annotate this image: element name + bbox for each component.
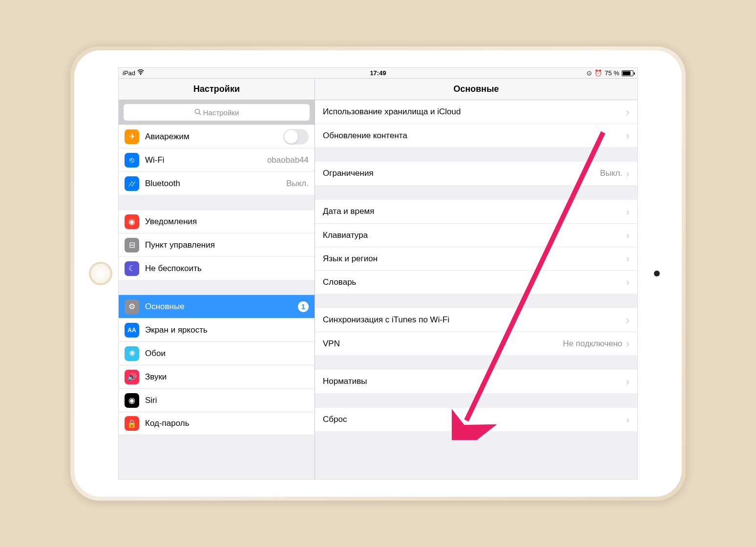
row-value: Выкл. — [600, 168, 622, 178]
row-label: Синхронизация с iTunes по Wi-Fi — [323, 315, 622, 325]
detail-row-dictionary[interactable]: Словарь› — [315, 270, 637, 294]
wifi-icon: ⎋ — [125, 153, 139, 168]
chevron-right-icon: › — [626, 376, 630, 387]
row-label: Дата и время — [323, 207, 622, 216]
row-label: Использование хранилища и iCloud — [323, 107, 622, 117]
chevron-right-icon: › — [626, 168, 630, 179]
sidebar-item-label: Пункт управления — [145, 240, 309, 250]
chevron-right-icon: › — [626, 206, 630, 217]
detail-row-itunes-sync[interactable]: Синхронизация с iTunes по Wi-Fi› — [315, 308, 637, 332]
battery-icon — [622, 70, 633, 76]
bluetooth-icon: ⌭ — [125, 176, 139, 191]
row-label: Нормативы — [323, 377, 622, 386]
battery-percent: 75 % — [605, 69, 619, 77]
sounds-icon: 🔊 — [125, 370, 139, 384]
display-icon: AA — [125, 323, 139, 337]
sidebar-title: Настройки — [119, 79, 315, 100]
detail-row-keyboard[interactable]: Клавиатура› — [315, 223, 637, 247]
sidebar-item-label: Обои — [145, 349, 309, 358]
gear-icon: ⚙ — [125, 299, 139, 314]
search-icon — [194, 108, 201, 117]
detail-row-date-time[interactable]: Дата и время› — [315, 200, 637, 223]
sidebar-item-value: obaobab44 — [267, 155, 309, 165]
sidebar-item-dnd[interactable]: ☾Не беспокоить — [119, 256, 315, 280]
wifi-signal-icon — [137, 69, 144, 77]
notifications-icon: ◉ — [125, 214, 139, 229]
sidebar-item-value: Выкл. — [286, 179, 309, 189]
status-device: iPad — [123, 69, 135, 77]
sidebar-item-control-center[interactable]: ⊟Пункт управления — [119, 233, 315, 256]
status-time: 17:49 — [370, 69, 386, 77]
sidebar-item-label: Не беспокоить — [145, 264, 309, 274]
row-label: Язык и регион — [323, 254, 622, 264]
sidebar-item-notifications[interactable]: ◉Уведомления — [119, 210, 315, 233]
sidebar-item-general[interactable]: ⚙Основные1 — [119, 295, 315, 318]
sidebar[interactable]: Настройки Настройки ✈Авиарежим⎋Wi-Fiobao… — [119, 79, 315, 479]
row-label: Сброс — [323, 415, 622, 424]
search-input[interactable]: Настройки — [124, 104, 310, 121]
row-label: Обновление контента — [323, 131, 622, 141]
control-center-icon: ⊟ — [125, 238, 139, 252]
svg-point-1 — [195, 109, 199, 113]
sidebar-item-siri[interactable]: ◉Siri — [119, 388, 315, 412]
chevron-right-icon: › — [626, 315, 630, 326]
sidebar-item-label: Основные — [145, 302, 298, 312]
chevron-right-icon: › — [626, 106, 630, 118]
home-button[interactable] — [89, 262, 112, 285]
chevron-right-icon: › — [626, 276, 630, 288]
sidebar-item-label: Экран и яркость — [145, 325, 309, 335]
toggle-airplane[interactable] — [283, 129, 309, 145]
sidebar-item-passcode[interactable]: 🔒Код-пароль — [119, 412, 315, 435]
airplane-icon: ✈ — [125, 129, 139, 144]
detail-row-background-refresh[interactable]: Обновление контента› — [315, 124, 637, 147]
detail-row-vpn[interactable]: VPNНе подключено› — [315, 332, 637, 355]
sidebar-item-airplane[interactable]: ✈Авиарежим — [119, 125, 315, 148]
row-label: Клавиатура — [323, 231, 622, 240]
row-label: Словарь — [323, 277, 622, 287]
sidebar-item-label: Siri — [145, 396, 309, 405]
badge: 1 — [298, 301, 309, 312]
detail-row-regulatory[interactable]: Нормативы› — [315, 370, 637, 393]
row-value: Не подключено — [563, 339, 623, 349]
sidebar-item-display[interactable]: AAЭкран и яркость — [119, 318, 315, 341]
chevron-right-icon: › — [626, 253, 630, 264]
sidebar-item-wifi[interactable]: ⎋Wi-Fiobaobab44 — [119, 148, 315, 171]
sidebar-item-bluetooth[interactable]: ⌭BluetoothВыкл. — [119, 171, 315, 195]
chevron-right-icon: › — [626, 338, 630, 349]
chevron-right-icon: › — [626, 230, 630, 241]
alarm-icon: ⏰ — [594, 69, 602, 77]
detail-title: Основные — [315, 79, 637, 100]
search-wrap: Настройки — [119, 100, 315, 125]
siri-icon: ◉ — [125, 393, 139, 408]
wallpaper-icon: ❋ — [125, 346, 139, 361]
sidebar-item-label: Код-пароль — [145, 419, 309, 428]
svg-point-0 — [140, 74, 141, 75]
screen: iPad 17:49 ⊙ ⏰ 75 % Настройки — [118, 67, 638, 480]
sidebar-item-label: Bluetooth — [145, 179, 282, 189]
ipad-frame: iPad 17:49 ⊙ ⏰ 75 % Настройки — [70, 46, 686, 501]
sidebar-item-label: Звуки — [145, 372, 309, 382]
detail-row-storage[interactable]: Использование хранилища и iCloud› — [315, 100, 637, 124]
sidebar-item-label: Уведомления — [145, 217, 309, 227]
orientation-lock-icon: ⊙ — [587, 69, 592, 77]
sidebar-item-sounds[interactable]: 🔊Звуки — [119, 365, 315, 388]
ipad-bezel: iPad 17:49 ⊙ ⏰ 75 % Настройки — [74, 50, 682, 497]
chevron-right-icon: › — [626, 414, 630, 425]
detail-row-restrictions[interactable]: ОграниченияВыкл.› — [315, 162, 637, 185]
sidebar-item-label: Wi-Fi — [145, 155, 263, 165]
front-camera — [654, 271, 660, 276]
detail-row-reset[interactable]: Сброс› — [315, 408, 637, 431]
sidebar-item-wallpaper[interactable]: ❋Обои — [119, 341, 315, 365]
detail-row-language[interactable]: Язык и регион› — [315, 247, 637, 270]
dnd-icon: ☾ — [125, 261, 139, 276]
search-placeholder: Настройки — [203, 108, 239, 117]
passcode-icon: 🔒 — [125, 416, 139, 431]
sidebar-item-label: Авиарежим — [145, 132, 283, 142]
status-bar: iPad 17:49 ⊙ ⏰ 75 % — [119, 68, 637, 79]
chevron-right-icon: › — [626, 130, 630, 141]
detail-pane[interactable]: Основные Использование хранилища и iClou… — [315, 79, 637, 479]
svg-line-2 — [199, 113, 201, 115]
row-label: VPN — [323, 339, 563, 349]
row-label: Ограничения — [323, 168, 600, 178]
